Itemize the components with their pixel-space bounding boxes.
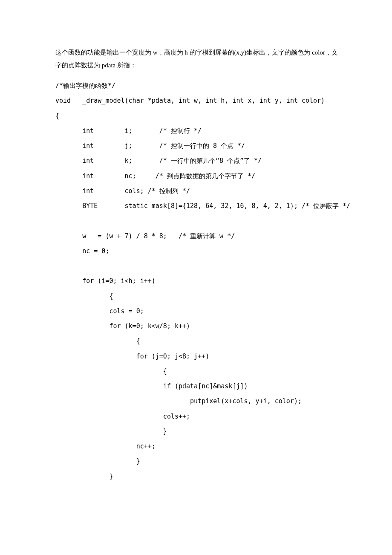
code-block: /*输出字模的函数*/ void _draw_model(char *pdata… bbox=[55, 78, 341, 484]
code-line: putpixel(x+cols, y+i, color); bbox=[55, 397, 302, 405]
code-line: for (i=0; i<h; i++) bbox=[55, 277, 156, 285]
code-line: int j; /* 控制一行中的 8 个点 */ bbox=[55, 142, 245, 150]
code-line: if (pdata[nc]&mask[j]) bbox=[55, 382, 248, 390]
code-line: int cols; /* 控制列 */ bbox=[55, 187, 190, 195]
code-line: for (k=0; k<w/8; k++) bbox=[55, 322, 190, 330]
code-line: } bbox=[55, 473, 113, 480]
intro-text: 这个函数的功能是输出一个宽度为 w，高度为 h 的字模到屏幕的(x,y)坐标出，… bbox=[55, 46, 341, 72]
code-line: nc++; bbox=[55, 442, 156, 450]
code-line: int k; /* 一行中的第几个“8 个点”了 */ bbox=[55, 157, 262, 165]
code-line: int i; /* 控制行 */ bbox=[55, 127, 202, 135]
intro-paragraph: 这个函数的功能是输出一个宽度为 w，高度为 h 的字模到屏幕的(x,y)坐标出，… bbox=[55, 46, 341, 72]
code-line: { bbox=[55, 337, 140, 345]
code-line: { bbox=[55, 112, 59, 120]
code-line: { bbox=[55, 367, 167, 375]
code-line: cols++; bbox=[55, 413, 190, 420]
code-line: void _draw_model(char *pdata, int w, int… bbox=[55, 97, 325, 104]
code-line: BYTE static mask[8]={128, 64, 32, 16, 8,… bbox=[55, 202, 350, 210]
code-line: } bbox=[55, 428, 167, 435]
code-line: { bbox=[55, 292, 113, 300]
code-line: int nc; /* 到点阵数据的第几个字节了 */ bbox=[55, 172, 255, 180]
code-line: w = (w + 7) / 8 * 8; /* 重新计算 w */ bbox=[55, 232, 235, 240]
code-line: cols = 0; bbox=[55, 307, 144, 315]
code-line: for (j=0; j<8; j++) bbox=[55, 353, 209, 360]
code-line: nc = 0; bbox=[55, 247, 109, 255]
code-line: } bbox=[55, 457, 140, 465]
code-line: /*输出字模的函数*/ bbox=[55, 82, 115, 90]
